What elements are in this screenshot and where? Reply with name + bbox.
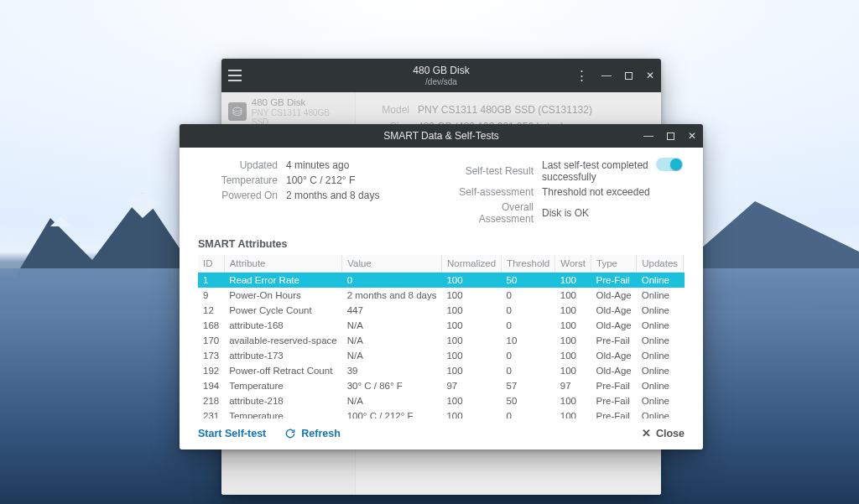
col-worst[interactable]: Worst — [555, 255, 591, 273]
cell-norm: 100 — [441, 303, 501, 318]
cell-updates: Online — [637, 273, 684, 288]
cell-attr: attribute-173 — [224, 348, 341, 363]
table-row[interactable]: 168attribute-168N/A1000100Old-AgeOnlineO… — [198, 318, 685, 333]
cell-assessment: OK — [684, 288, 685, 303]
cell-type: Old-Age — [591, 288, 637, 303]
cell-worst: 97 — [555, 378, 591, 393]
minimize-button[interactable]: — — [601, 70, 612, 81]
minimize-button[interactable]: — — [643, 130, 654, 142]
close-label: Close — [656, 428, 685, 439]
cell-type: Pre-Fail — [591, 273, 637, 288]
cell-type: Old-Age — [591, 348, 637, 363]
powered-on-label: Powered On — [198, 190, 278, 201]
cell-attr: Power-On Hours — [224, 288, 341, 303]
square-icon — [667, 132, 674, 140]
cell-value: 30° C / 86° F — [342, 378, 442, 393]
table-row[interactable]: 1Read Error Rate010050100Pre-FailOnlineO… — [198, 273, 685, 288]
cell-threshold: 0 — [502, 363, 555, 378]
cell-threshold: 0 — [502, 303, 555, 318]
cell-type: Old-Age — [591, 318, 637, 333]
cell-id: 173 — [198, 348, 224, 363]
start-selftest-button[interactable]: Start Self-test — [198, 428, 266, 439]
selftest-label: Self-test Result — [454, 165, 534, 177]
smart-window-title: SMART Data & Self-Tests — [383, 130, 499, 142]
cell-updates: Online — [637, 348, 684, 363]
disks-window-title: 480 GB Disk — [413, 65, 469, 76]
close-button[interactable]: ✕ Close — [642, 427, 685, 439]
maximize-button[interactable] — [622, 70, 634, 81]
cell-worst: 100 — [555, 318, 591, 333]
cell-type: Pre-Fail — [591, 393, 637, 408]
cell-value: N/A — [342, 333, 442, 348]
powered-on-value: 2 months and 8 days — [286, 190, 379, 201]
cell-value: 447 — [342, 303, 442, 318]
smart-actions: Start Self-test Refresh ✕ Close — [198, 427, 685, 439]
cell-norm: 100 — [441, 273, 501, 288]
cell-worst: 100 — [555, 363, 591, 378]
col-id[interactable]: ID — [198, 255, 224, 273]
cell-threshold: 0 — [502, 318, 555, 333]
close-window-button[interactable]: ✕ — [644, 70, 656, 81]
cell-assessment: OK — [684, 408, 685, 418]
smart-enabled-toggle[interactable] — [656, 158, 683, 171]
overall-value: Disk is OK — [542, 207, 589, 219]
col-threshold[interactable]: Threshold — [502, 255, 555, 273]
disks-window-subtitle: /dev/sda — [425, 77, 457, 86]
cell-attr: Read Error Rate — [224, 273, 341, 288]
table-row[interactable]: 218attribute-218N/A10050100Pre-FailOnlin… — [198, 393, 685, 408]
col-attribute[interactable]: Attribute — [224, 255, 341, 273]
cell-type: Pre-Fail — [591, 378, 637, 393]
cell-updates: Online — [637, 333, 684, 348]
cell-updates: Online — [637, 318, 684, 333]
updated-label: Updated — [198, 159, 278, 171]
col-normalized[interactable]: Normalized — [441, 255, 501, 273]
smart-attributes-table: ID Attribute Value Normalized Threshold … — [198, 255, 685, 418]
square-icon — [625, 72, 633, 80]
col-assessment[interactable]: Assessment — [684, 255, 685, 273]
table-row[interactable]: 194Temperature30° C / 86° F975797Pre-Fai… — [198, 378, 685, 393]
selfassessment-value: Threshold not exceeded — [542, 186, 650, 198]
selfassessment-label: Self-assessment — [454, 186, 534, 198]
cell-type: Pre-Fail — [591, 408, 637, 418]
maximize-button[interactable] — [664, 130, 676, 142]
cell-assessment: OK — [684, 363, 685, 378]
table-row[interactable]: 12Power Cycle Count4471000100Old-AgeOnli… — [198, 303, 685, 318]
cell-value: N/A — [342, 393, 442, 408]
cell-id: 231 — [198, 408, 224, 418]
cell-attr: attribute-218 — [224, 393, 341, 408]
table-row[interactable]: 192Power-off Retract Count391000100Old-A… — [198, 363, 685, 378]
smart-titlebar[interactable]: SMART Data & Self-Tests — ✕ — [180, 124, 703, 148]
refresh-button[interactable]: Refresh — [284, 428, 341, 439]
app-menu-button[interactable] — [228, 59, 242, 92]
toggle-knob — [670, 158, 682, 170]
table-row[interactable]: 173attribute-173N/A1000100Old-AgeOnlineO… — [198, 348, 685, 363]
temperature-label: Temperature — [198, 174, 278, 186]
cell-norm: 100 — [441, 288, 501, 303]
updated-value: 4 minutes ago — [286, 159, 349, 171]
cell-assessment: OK — [684, 393, 685, 408]
smart-summary: Updated4 minutes ago Temperature100° C /… — [198, 156, 685, 228]
cell-attr: Power Cycle Count — [224, 303, 341, 318]
col-value[interactable]: Value — [342, 255, 442, 273]
cell-updates: Online — [637, 303, 684, 318]
cell-attr: Temperature — [224, 408, 341, 418]
table-row[interactable]: 9Power-On Hours2 months and 8 days100010… — [198, 288, 685, 303]
cell-id: 168 — [198, 318, 224, 333]
cell-norm: 100 — [441, 408, 501, 418]
smart-attributes-table-wrap[interactable]: ID Attribute Value Normalized Threshold … — [198, 255, 685, 418]
disks-titlebar[interactable]: 480 GB Disk /dev/sda ⋮ — ✕ — [221, 59, 661, 92]
cell-updates: Online — [637, 393, 684, 408]
cell-threshold: 0 — [502, 408, 555, 418]
col-updates[interactable]: Updates — [637, 255, 684, 273]
table-row[interactable]: 170available-reserved-spaceN/A10010100Pr… — [198, 333, 685, 348]
kebab-menu-icon[interactable]: ⋮ — [575, 59, 589, 92]
table-row[interactable]: 231Temperature100° C / 212° F1000100Pre-… — [198, 408, 685, 418]
cell-worst: 100 — [555, 333, 591, 348]
cell-value: 0 — [342, 273, 442, 288]
cell-id: 192 — [198, 363, 224, 378]
cell-value: 100° C / 212° F — [342, 408, 442, 418]
close-window-button[interactable]: ✕ — [686, 130, 698, 142]
cell-worst: 100 — [555, 303, 591, 318]
col-type[interactable]: Type — [591, 255, 637, 273]
hamburger-icon — [228, 70, 242, 81]
